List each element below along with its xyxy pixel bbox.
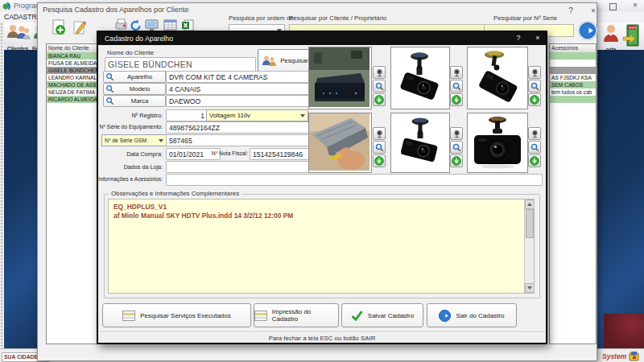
dialog-help-button[interactable]: ?: [514, 34, 523, 42]
marca-button[interactable]: Marca: [103, 95, 166, 107]
load-photo-button[interactable]: [373, 93, 386, 106]
exit-door-icon: EXIT: [621, 23, 643, 48]
photo-dashcam-mount-3[interactable]: [390, 113, 450, 173]
scrollbar-thumb[interactable]: [526, 209, 534, 238]
webcam-capture-button[interactable]: [373, 127, 386, 140]
check-icon: [351, 311, 363, 321]
zoom-photo-button[interactable]: [528, 141, 541, 154]
load-photo-button[interactable]: [373, 154, 386, 167]
search-help-button[interactable]: ?: [566, 7, 576, 16]
add-record-button[interactable]: [51, 19, 66, 36]
zoom-photo-button[interactable]: [528, 80, 541, 93]
dialog-close-button[interactable]: ×: [533, 34, 543, 42]
zoom-photo-button[interactable]: [373, 80, 386, 93]
magnifier-icon: [452, 143, 461, 152]
blue-arrow-icon: [439, 310, 451, 322]
client-row[interactable]: FIUSA DE ALMEIDA: [47, 60, 98, 67]
suporte-button[interactable]: orte: [601, 23, 621, 49]
zoom-photo-button[interactable]: [373, 141, 386, 154]
save-registration-label: Salvar Cadastro: [368, 312, 414, 319]
search-client-button[interactable]: Pesquisar: [258, 49, 311, 72]
dados-loja-field[interactable]: [166, 161, 311, 173]
dialog-footer-hint: Para fechar a tela ESC ou botão SAIR: [98, 335, 546, 342]
exit-registration-button[interactable]: Sair do Cadastro: [427, 303, 517, 327]
accessory-row[interactable]: [550, 60, 596, 67]
close-button[interactable]: ×: [630, 2, 640, 10]
photo-dvr-device[interactable]: [308, 47, 372, 109]
gsm-select[interactable]: Nº de Série GSM:: [101, 134, 167, 146]
edit-record-button[interactable]: [72, 19, 87, 36]
client-list: Nome do Cliente BIANCA RAU FIUSA DE ALME…: [46, 43, 99, 344]
dialog-titlebar: Cadastro do Aparelho ? ×: [98, 32, 546, 45]
footer-divider: [98, 331, 546, 333]
client-row-selected[interactable]: GISELE BÜNDCHEN: [47, 67, 98, 74]
magnifier-icon: [375, 82, 384, 91]
photo-dashcam-front[interactable]: [467, 113, 528, 173]
search-services-label: Pesquisar Serviços Executados: [140, 312, 231, 319]
mdi-background-right: [596, 50, 644, 348]
search-services-button[interactable]: Pesquisar Serviços Executados: [102, 303, 251, 327]
client-row[interactable]: MACHADO DE ASS: [47, 81, 98, 88]
webcam-capture-button[interactable]: [373, 66, 386, 79]
green-arrow-down-icon: [374, 95, 384, 105]
client-row[interactable]: LEANDRO KARNAL: [47, 74, 98, 81]
scroll-down-button[interactable]: [525, 283, 535, 293]
load-photo-button[interactable]: [528, 154, 541, 167]
accessory-row[interactable]: SEM CABOS: [550, 81, 596, 88]
modelo-field[interactable]: 4 CANAIS: [166, 83, 311, 95]
maximize-button[interactable]: [609, 3, 617, 10]
go-arrow-icon: [577, 20, 598, 41]
gsm-field[interactable]: 587465: [166, 134, 311, 146]
photo-device-disassembly[interactable]: [308, 113, 372, 173]
load-photo-button[interactable]: [450, 93, 463, 106]
observations-scrollbar[interactable]: [524, 200, 534, 293]
print-registration-button[interactable]: Impressão do Cadastro: [254, 303, 339, 327]
accessory-row-selected[interactable]: [550, 67, 596, 74]
scroll-up-button[interactable]: [525, 200, 535, 209]
zoom-photo-button[interactable]: [450, 141, 463, 154]
client-search-label: Pesquisar por Cliente / Proprietário: [289, 14, 386, 22]
mdi-background-left: [4, 50, 37, 348]
accessory-row[interactable]: [550, 96, 596, 103]
serie-field[interactable]: 48987562164ZZ: [166, 121, 311, 134]
svg-text:EXIT: EXIT: [630, 26, 637, 30]
client-name-field[interactable]: GISELE BÜNDCHEN: [105, 57, 256, 72]
dados-loja-label: Dados da Loja:: [103, 163, 163, 171]
photo-dashcam-mount-1[interactable]: [390, 47, 450, 109]
exit-button[interactable]: EXIT: [621, 23, 643, 49]
app-logo-icon: [2, 2, 11, 10]
nota-fiscal-label: Nº Nota Fiscal:: [209, 150, 248, 156]
aparelho-field[interactable]: DVR COM KIT DE 4 CAMERAS: [166, 71, 311, 83]
webcam-capture-button[interactable]: [528, 66, 541, 79]
webcam-capture-button[interactable]: [528, 127, 541, 140]
modelo-button[interactable]: Modelo: [103, 83, 166, 95]
marca-field[interactable]: DAEWOO: [166, 95, 311, 107]
client-row[interactable]: RICARDO ALMEIDA: [47, 96, 98, 103]
webcam-capture-button[interactable]: [450, 66, 463, 79]
search-close-button[interactable]: ×: [588, 7, 598, 16]
photo-dashcam-mount-2[interactable]: [467, 47, 528, 109]
support-person-icon: [601, 23, 621, 43]
magnifier-icon: [452, 82, 461, 91]
load-photo-button[interactable]: [528, 93, 541, 106]
load-photo-button[interactable]: [450, 154, 463, 167]
webcam-capture-button[interactable]: [450, 127, 463, 140]
aparelho-button[interactable]: Aparelho: [103, 71, 166, 83]
magnifier-icon: [375, 143, 384, 152]
client-row[interactable]: BIANCA RAU: [47, 52, 98, 60]
accessory-row[interactable]: tem todos os cab: [550, 88, 596, 96]
client-row[interactable]: NEUZA DE FATIMA: [47, 88, 98, 96]
client-name-label: Nome do Cliente: [107, 49, 154, 56]
info-acessorios-field[interactable]: [166, 174, 543, 186]
voltagem-select[interactable]: Voltagem 110v: [206, 109, 308, 121]
accessory-row[interactable]: AS FJSDKJ KSA: [550, 74, 596, 81]
observations-textarea[interactable]: EQ_HDPLUS_V1 af Miolo Manual SKY HDTV Pl…: [108, 199, 535, 294]
registro-field[interactable]: 1: [166, 109, 208, 121]
nota-fiscal-field[interactable]: 1514254129846: [250, 148, 311, 160]
save-registration-button[interactable]: Salvar Cadastro: [341, 303, 423, 327]
brand-icon: [629, 351, 639, 361]
accessory-row[interactable]: [550, 52, 596, 60]
zoom-photo-button[interactable]: [450, 80, 463, 93]
search-go-button[interactable]: [577, 20, 598, 44]
clientes-button[interactable]: Clientes: [5, 23, 31, 49]
